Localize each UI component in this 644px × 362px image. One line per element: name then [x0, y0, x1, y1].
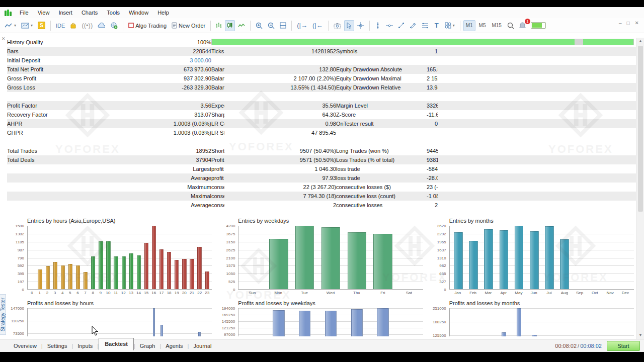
x-tick-label: 14: [135, 290, 142, 296]
scroll-down-arrow[interactable]: ▼: [637, 332, 644, 339]
tab-graph[interactable]: Graph: [135, 341, 160, 350]
stats-label: Long Trades (won %): [336, 146, 427, 155]
candlestick-mode-button[interactable]: [225, 20, 235, 31]
ide-button[interactable]: IDE: [54, 20, 67, 31]
y-tick-label: 169750: [218, 313, 235, 317]
zoom-out-button[interactable]: [266, 20, 277, 31]
tab-settings[interactable]: Settings: [43, 341, 72, 350]
stats-value: 33265.26%: [427, 101, 438, 110]
vertical-scrollbar[interactable]: ▲ ▼: [636, 38, 644, 339]
tab-inputs[interactable]: Inputs: [73, 341, 97, 350]
menu-item-charts[interactable]: Charts: [77, 9, 102, 17]
timeframe-m15-button[interactable]: M15: [489, 20, 504, 31]
stats-value: 2 107.00 (2.20%): [224, 74, 336, 83]
stats-label: Gross Loss: [7, 83, 132, 92]
tab-agents[interactable]: Agents: [161, 341, 187, 350]
bar-slot: [196, 308, 203, 336]
stats-value: Average: [132, 201, 211, 210]
panel-close-button[interactable]: ✕: [2, 36, 6, 41]
timeframe-m1-button[interactable]: M1: [463, 20, 475, 31]
signal-icon: ((•)): [82, 22, 93, 29]
stats-label: Total Deals: [7, 155, 132, 164]
connection-status-button[interactable]: [529, 20, 548, 31]
stats-label: Profit Trades (% of total): [211, 155, 224, 164]
x-tick-label: 11: [112, 290, 120, 296]
x-tick-label: Oct: [587, 290, 602, 296]
bar-slot: [527, 226, 542, 290]
start-button[interactable]: Start: [607, 341, 640, 351]
y-tick-label: 2292: [429, 232, 446, 236]
shapes-tool-button[interactable]: ▾: [443, 20, 457, 31]
menu-item-help[interactable]: Help: [153, 9, 174, 17]
zoom-in-button[interactable]: [254, 20, 265, 31]
menu-bar: FileViewInsertChartsToolsWindowHelp: [0, 7, 644, 18]
chart-title: Profits and losses by months: [449, 300, 634, 308]
maximize-button[interactable]: □: [627, 20, 630, 26]
search-button[interactable]: [505, 20, 516, 31]
search-icon: [507, 22, 514, 29]
cursor-tool-button[interactable]: [344, 20, 354, 31]
crosshair-tool-button[interactable]: [355, 20, 366, 31]
tab-backtest[interactable]: Backtest: [99, 338, 134, 350]
bar: [106, 241, 110, 290]
chart-profile-button[interactable]: ▾: [19, 20, 35, 31]
chart-title: Profits and losses by hours: [27, 300, 212, 308]
bar-slot: [542, 226, 557, 290]
tile-windows-button[interactable]: [278, 20, 288, 31]
tab-overview[interactable]: Overview: [9, 341, 41, 350]
market-button[interactable]: [68, 20, 78, 31]
x-tick-label: 7: [82, 290, 89, 296]
stats-value: 0: [427, 119, 438, 128]
channel-tool-button[interactable]: [408, 20, 419, 31]
signals-button[interactable]: ((•)): [79, 20, 95, 31]
menu-item-file[interactable]: File: [15, 9, 33, 17]
chart-type-button[interactable]: ▾: [3, 20, 18, 31]
close-button[interactable]: ✕: [635, 20, 639, 26]
y-tick-label: 188250: [429, 320, 446, 324]
y-tick-label: 655: [429, 272, 446, 276]
menu-item-tools[interactable]: Tools: [102, 9, 124, 17]
x-tick-label: 23: [203, 290, 211, 296]
strategy-tester-vertical-tab[interactable]: Strategy Tester: [0, 294, 6, 335]
line-mode-button[interactable]: [236, 20, 247, 31]
stats-value: 228544: [132, 47, 211, 56]
bar: [175, 260, 179, 290]
x-tick-label: Aug: [557, 290, 572, 296]
bar: [46, 266, 50, 290]
bar-slot: [603, 226, 618, 290]
scrollbar-thumb[interactable]: [638, 46, 643, 212]
algo-trading-button[interactable]: Algo Trading: [126, 20, 169, 31]
text-tool-button[interactable]: T: [432, 20, 442, 31]
cloud-button[interactable]: [96, 20, 108, 31]
stats-label: Equity Drawdown Absolute: [336, 65, 427, 74]
stats-label: AHPR: [7, 119, 132, 128]
trendline-tool-button[interactable]: [396, 20, 407, 31]
horizontal-line-tool-button[interactable]: [384, 20, 395, 31]
menu-item-insert[interactable]: Insert: [54, 9, 77, 17]
backtest-timer: 00:08:02/00:08:02: [555, 343, 602, 349]
scroll-up-arrow[interactable]: ▲: [637, 38, 644, 45]
strategy-button[interactable]: S: [36, 20, 47, 31]
minimize-button[interactable]: –: [619, 20, 622, 26]
menu-item-view[interactable]: View: [33, 9, 54, 17]
remove-indicator-window-button[interactable]: (|←: [310, 20, 325, 31]
timeframe-m5-button[interactable]: M5: [476, 20, 489, 31]
y-tick-label: 1575: [218, 263, 235, 268]
bar-slot: [527, 308, 542, 336]
bar-slot: [344, 308, 370, 336]
x-tick-label: Mon: [265, 290, 291, 296]
vertical-line-tool-button[interactable]: [373, 20, 383, 31]
stats-label: Gross Profit: [7, 74, 132, 83]
x-tick-label: 12: [120, 290, 127, 296]
stats-row: GHPR1.0003 (0.03%)LR Standard Error47 89…: [7, 128, 636, 137]
menu-item-window[interactable]: Window: [124, 9, 153, 17]
new-order-button[interactable]: New Order: [170, 20, 207, 31]
fibonacci-tool-button[interactable]: [420, 20, 431, 31]
tab-journal[interactable]: Journal: [189, 341, 216, 350]
notifications-button[interactable]: 1: [517, 20, 528, 31]
bar-slot: [188, 308, 196, 336]
add-indicator-window-button[interactable]: (|→: [295, 20, 309, 31]
community-button[interactable]: [109, 20, 120, 31]
bar-chart-mode-button[interactable]: [214, 20, 224, 31]
screenshot-button[interactable]: [332, 20, 343, 31]
